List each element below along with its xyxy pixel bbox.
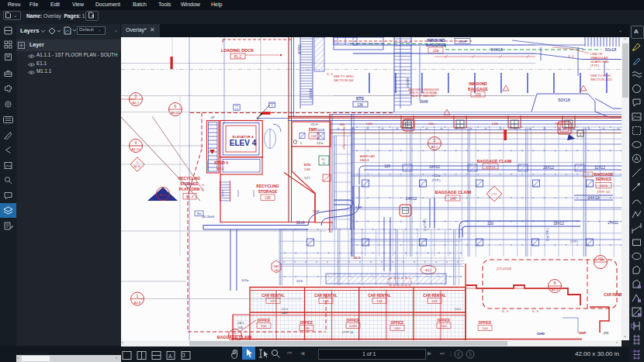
svg-text:600R: 600R — [459, 40, 467, 43]
svg-text:12a: 12a — [433, 49, 439, 53]
svg-text:10’6: 10’6 — [296, 279, 303, 283]
svg-text:28X12: 28X12 — [543, 166, 554, 170]
svg-text:M: M — [563, 127, 566, 131]
svg-text:24X02: 24X02 — [608, 221, 618, 225]
svg-text:UP: UP — [211, 116, 216, 119]
svg-text:50x18: 50x18 — [605, 47, 617, 52]
svg-text:OFFICE: OFFICE — [391, 321, 404, 325]
svg-text:SERVICE: SERVICE — [596, 178, 613, 181]
svg-text:1BX10: 1BX10 — [406, 78, 410, 88]
svg-text:A5.02: A5.02 — [171, 111, 181, 115]
svg-text:4: 4 — [135, 140, 137, 145]
svg-text:12'ø: 12'ø — [317, 141, 324, 145]
svg-text:(FB: (FB — [604, 331, 609, 335]
svg-text:137: 137 — [270, 299, 276, 303]
svg-text:92 - 6: 92 - 6 — [202, 184, 205, 191]
svg-text:12ø(TYP.): 12ø(TYP.) — [424, 218, 427, 232]
svg-text:C0-1: C0-1 — [282, 308, 288, 311]
svg-text:CAR RENTAL: CAR RENTAL — [314, 294, 338, 298]
svg-text:A: A — [635, 156, 639, 161]
svg-text:2: 2 — [434, 138, 436, 143]
svg-text:138: 138 — [303, 326, 310, 330]
svg-text:ST-4: ST-4 — [216, 167, 224, 171]
svg-text:70: 70 — [322, 162, 325, 165]
svg-text:A4-7: A4-7 — [133, 101, 140, 105]
svg-text:CB-1: CB-1 — [237, 322, 244, 325]
svg-text:12ø(TYP.): 12ø(TYP.) — [546, 228, 549, 242]
svg-text:120: 120 — [475, 93, 481, 97]
svg-text:18X12: 18X12 — [429, 165, 440, 169]
svg-text:8: 8 — [554, 281, 556, 285]
svg-text:538: 538 — [304, 167, 310, 171]
svg-text:107ø: 107ø — [241, 278, 249, 282]
svg-text:100: 100 — [441, 324, 447, 328]
svg-text:136: 136 — [357, 103, 363, 107]
svg-text:135: 135 — [265, 196, 271, 200]
svg-text:24X12: 24X12 — [406, 196, 417, 201]
svg-text:50X18: 50X18 — [558, 98, 570, 102]
svg-text:EMP: EMP — [579, 331, 586, 335]
svg-text:AMERICAN: AMERICAN — [360, 155, 375, 158]
svg-text:100: 100 — [261, 324, 267, 328]
svg-text:WAY: WAY — [274, 265, 280, 268]
svg-text:BAGGAGE CLAIM: BAGGAGE CLAIM — [435, 190, 472, 195]
svg-text:A5(2: A5(2 — [425, 269, 431, 272]
svg-text:GHD: GHD — [537, 332, 545, 336]
svg-text:6: 6 — [175, 104, 177, 109]
svg-text:OFFICE: OFFICE — [300, 321, 313, 325]
svg-text:140b: 140b — [492, 122, 498, 126]
svg-text:EAGLE: EAGLE — [360, 159, 370, 162]
svg-text:C0-1: C0-1 — [455, 308, 461, 311]
svg-text:1400: 1400 — [366, 122, 372, 126]
svg-text:100: 100 — [238, 326, 243, 329]
svg-text:12Ø: 12Ø — [355, 205, 362, 209]
svg-text:RECYCLING: RECYCLING — [178, 177, 201, 181]
svg-text:139: 139 — [323, 299, 329, 303]
svg-text:ELEVATOR 4: ELEVATOR 4 — [233, 135, 254, 139]
svg-text:120: 120 — [487, 222, 493, 226]
svg-text:OFFICE: OFFICE — [258, 319, 271, 322]
svg-text:134: 134 — [311, 134, 317, 138]
svg-text:BAGGAGE: BAGGAGE — [594, 173, 615, 177]
svg-text:1: 1 — [137, 294, 139, 298]
svg-text:BAGGAGE CLAIM: BAGGAGE CLAIM — [477, 159, 512, 164]
svg-text:A4.16: A4.16 — [134, 165, 140, 168]
svg-text:CD-F: CD-F — [310, 122, 318, 126]
svg-text:AD: AD — [598, 257, 604, 261]
svg-text:RECYCLING: RECYCLING — [256, 184, 279, 188]
svg-text:STAIR 4: STAIR 4 — [214, 161, 228, 165]
svg-text:3648: 3648 — [419, 99, 428, 104]
svg-text:36x8: 36x8 — [296, 220, 305, 225]
svg-text:M 1.3: M 1.3 — [160, 194, 167, 197]
svg-text:A4-8: A4-8 — [134, 301, 142, 305]
svg-text:OFFICE: OFFICE — [438, 319, 451, 322]
svg-text:STG: STG — [303, 163, 311, 167]
svg-text:3: 3 — [135, 94, 137, 98]
svg-text:100T: 100T — [282, 312, 289, 315]
svg-text:(27) 4X108: (27) 4X108 — [497, 267, 511, 271]
svg-text:SECTION 034: SECTION 034 — [334, 78, 354, 82]
svg-text:600S: 600S — [317, 128, 325, 132]
svg-text:A: A — [168, 353, 172, 359]
svg-text:143: 143 — [431, 299, 438, 303]
svg-text:34X18: 34X18 — [490, 47, 503, 52]
svg-text:(TYP. 11): (TYP. 11) — [597, 190, 611, 194]
svg-text:100S: 100S — [349, 324, 357, 328]
svg-text:8 - 9: 8 - 9 — [502, 310, 508, 313]
svg-text:2 TO: 2 TO — [492, 193, 497, 196]
svg-text:480: 480 — [340, 122, 345, 126]
svg-text:32X12: 32X12 — [594, 166, 605, 170]
svg-text:A4.10: A4.10 — [132, 147, 141, 151]
svg-text:• 12ø: • 12ø — [432, 174, 441, 178]
svg-text:(TYP. 4): (TYP. 4) — [342, 330, 354, 334]
svg-text:FACE OF MASONRY: FACE OF MASONRY — [411, 95, 437, 98]
svg-text:(TYP.): (TYP.) — [570, 240, 578, 243]
svg-text:A5.1: A5.1 — [431, 145, 438, 149]
svg-text:PL-2: PL-2 — [234, 55, 242, 59]
svg-text:(TYP.): (TYP.) — [431, 178, 441, 182]
svg-text:BAGGAGE: BAGGAGE — [468, 87, 489, 91]
svg-text:24X12: 24X12 — [588, 195, 600, 200]
svg-text:(SI 26x8: (SI 26x8 — [202, 215, 214, 219]
svg-text:144: 144 — [482, 326, 488, 330]
svg-text:SECTION 2024: SECTION 2024 — [590, 78, 613, 81]
